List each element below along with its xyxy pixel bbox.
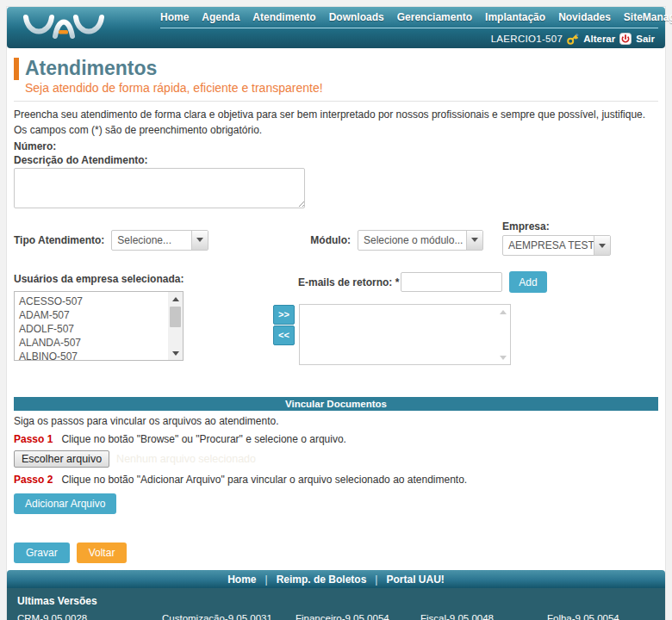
usuarios-label: Usuários da empresa selecionada: [14, 273, 272, 285]
change-user-link[interactable]: Alterar [583, 34, 615, 44]
footer-nav: Home | Reimp. de Boletos | Portal UAU! [7, 570, 665, 588]
footer: Home | Reimp. de Boletos | Portal UAU! U… [7, 570, 665, 620]
version-link[interactable]: Customização-9.05.0031 [162, 611, 296, 620]
menu-sitemanager[interactable]: SiteManager [624, 11, 672, 23]
scrollbar-thumb[interactable] [170, 307, 181, 327]
save-button[interactable]: Gravar [14, 542, 70, 563]
passo1-text: Clique no botão "Browse" ou "Procurar" e… [61, 433, 346, 445]
scrollbar[interactable] [168, 292, 183, 360]
emails-listbox[interactable] [299, 304, 511, 365]
separator: | [375, 574, 377, 586]
page: Home Agenda Atendimento Downloads Gerenc… [6, 6, 666, 620]
versions-grid: CRM-9.05.0028 GerModulosUAU-9.05.0000 Pr… [17, 611, 655, 620]
modulo-label: Módulo: [310, 234, 351, 246]
tipo-select-value: Selecione... [112, 234, 191, 246]
scroll-down-icon[interactable] [168, 346, 183, 360]
footer-link-portal[interactable]: Portal UAU! [386, 574, 444, 586]
user-option[interactable]: ADAM-507 [19, 308, 168, 322]
back-button[interactable]: Voltar [77, 542, 128, 563]
passo2-label: Passo 2 [14, 474, 53, 486]
empresa-label: Empresa: [502, 220, 604, 232]
menu-agenda[interactable]: Agenda [202, 11, 240, 23]
power-icon [619, 33, 632, 45]
version-link[interactable]: Folha-9.05.0054 [547, 611, 656, 620]
tipo-select[interactable]: Selecione... [111, 230, 208, 251]
version-link[interactable]: Fiscal-9.05.0048 [420, 611, 547, 620]
scroll-up-icon[interactable] [168, 292, 183, 306]
descricao-textarea[interactable] [14, 168, 305, 208]
modulo-select[interactable]: Selecione o módulo... [358, 230, 483, 251]
modulo-select-value: Selecione o módulo... [358, 234, 466, 246]
title-accent-bar [14, 58, 19, 80]
empresa-select-value: AEMPRESA TESTE GLO [503, 239, 594, 251]
scrollbar[interactable] [496, 305, 510, 364]
separator: | [265, 574, 268, 586]
user-option[interactable]: ALBINO-507 [19, 350, 168, 360]
vincular-documentos-header: Vincular Documentos [14, 397, 658, 411]
tipo-label: Tipo Atendimento: [14, 234, 104, 246]
numero-label: Número: [14, 140, 658, 152]
descricao-label: Descrição do Atendimento: [14, 154, 658, 166]
menu-gerenciamento[interactable]: Gerenciamento [397, 11, 472, 23]
add-file-button[interactable]: Adicionar Arquivo [14, 493, 116, 514]
users-emails-section: Usuários da empresa selecionada: ACESSO-… [14, 271, 658, 365]
documents-instructions: Siga os passos para vincular os arquivos… [14, 415, 658, 427]
emails-label: E-mails de retorno: * [298, 276, 399, 288]
uau-logo-icon[interactable] [21, 12, 150, 46]
usuarios-listbox[interactable]: ACESSO-507 ADAM-507 ADOLF-507 ALANDA-507… [14, 291, 184, 361]
version-link[interactable]: CRM-9.05.0028 [17, 611, 162, 620]
chevron-down-icon [466, 231, 482, 250]
scroll-up-icon[interactable] [496, 305, 510, 319]
passo2-text: Clique no botão "Adicionar Arquivo" para… [61, 474, 467, 486]
main-menu: Home Agenda Atendimento Downloads Gerenc… [160, 7, 658, 28]
footer-link-home[interactable]: Home [227, 574, 256, 586]
user-option[interactable]: ADOLF-507 [19, 322, 168, 336]
passo1-label: Passo 1 [14, 433, 53, 445]
file-status-text: Nenhum arquivo selecionado [116, 453, 256, 465]
menu-implantacao[interactable]: Implantação [485, 11, 545, 23]
add-email-button[interactable]: Add [509, 271, 546, 293]
key-icon [567, 33, 579, 45]
footer-link-boletos[interactable]: Reimp. de Boletos [277, 574, 367, 586]
intro-text: Preencha seu atendimento de forma clara … [14, 107, 658, 138]
chevron-down-icon [594, 236, 610, 255]
move-right-button[interactable]: >> [273, 305, 295, 325]
user-option[interactable]: ACESSO-507 [19, 294, 168, 308]
username: LAERCIO1-507 [491, 34, 563, 44]
page-subtitle: Seja atendido de forma rápida, eficiente… [25, 81, 658, 95]
version-link[interactable]: Financeiro-9.05.0054 [296, 611, 420, 620]
chevron-down-icon [191, 231, 208, 250]
empresa-select[interactable]: AEMPRESA TESTE GLO [502, 235, 611, 256]
scroll-down-icon[interactable] [496, 350, 510, 364]
footer-body: Ultimas Versões CRM-9.05.0028 GerModulos… [7, 588, 665, 620]
main-content: Atendimentos Seja atendido de forma rápi… [7, 48, 665, 563]
menu-downloads[interactable]: Downloads [329, 11, 384, 23]
selects-row: Tipo Atendimento: Selecione... Módulo: S… [14, 224, 658, 256]
page-title: Atendimentos [25, 57, 157, 80]
menu-atendimento[interactable]: Atendimento [252, 11, 315, 23]
choose-file-button[interactable]: Escolher arquivo [14, 450, 109, 468]
user-bar: LAERCIO1-507 Alterar Sair [491, 30, 655, 47]
top-navbar: Home Agenda Atendimento Downloads Gerenc… [7, 7, 665, 48]
menu-home[interactable]: Home [160, 11, 189, 23]
move-left-button[interactable]: << [273, 326, 295, 345]
menu-novidades[interactable]: Novidades [558, 11, 611, 23]
versions-title: Ultimas Versões [17, 595, 655, 607]
divider [14, 101, 658, 102]
user-option[interactable]: ALANDA-507 [19, 336, 168, 350]
logout-link[interactable]: Sair [636, 34, 655, 44]
email-input[interactable] [401, 272, 502, 292]
